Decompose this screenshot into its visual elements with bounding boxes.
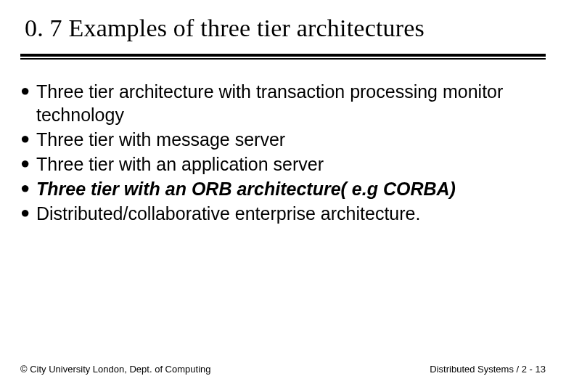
list-item-text: Three tier with an application server (36, 152, 543, 176)
bullet-icon: ● (20, 80, 36, 102)
rule-thick (20, 54, 546, 57)
list-item-text: Distributed/collaborative enterprise arc… (36, 202, 543, 225)
bullet-list: ● Three tier architecture with transacti… (20, 80, 546, 225)
list-item: ● Three tier with message server (20, 128, 543, 151)
list-item: ● Three tier architecture with transacti… (20, 80, 543, 126)
list-item: ● Three tier with an application server (20, 152, 543, 176)
list-item: ● Three tier with an ORB architecture( e… (20, 177, 543, 200)
page-title: 0. 7 Examples of three tier architecture… (20, 15, 546, 42)
list-item-text: Three tier with an ORB architecture( e.g… (36, 177, 543, 200)
bullet-icon: ● (20, 202, 36, 224)
footer: © City University London, Dept. of Compu… (20, 364, 546, 375)
slide: 0. 7 Examples of three tier architecture… (0, 0, 566, 392)
rule-thin (20, 58, 546, 60)
list-item: ● Distributed/collaborative enterprise a… (20, 202, 543, 225)
bullet-icon: ● (20, 177, 36, 200)
footer-right: Distributed Systems / 2 - 13 (430, 364, 546, 375)
footer-left: © City University London, Dept. of Compu… (20, 364, 210, 375)
title-rule (20, 54, 546, 60)
bullet-icon: ● (20, 152, 36, 175)
list-item-text: Three tier with message server (36, 128, 543, 151)
list-item-text: Three tier architecture with transaction… (36, 80, 543, 126)
bullet-icon: ● (20, 128, 36, 150)
